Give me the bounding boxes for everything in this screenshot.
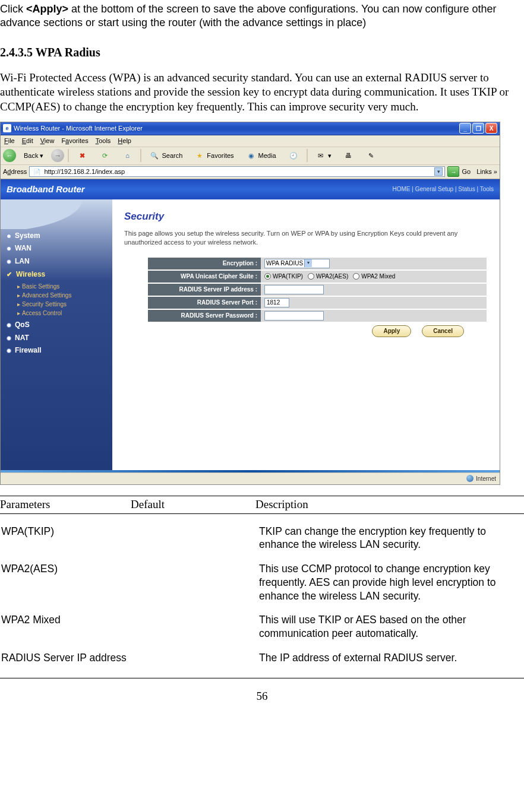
forward-button[interactable]: → bbox=[51, 149, 64, 162]
param-desc: This use CCMP protocol to change encrypt… bbox=[255, 562, 524, 602]
param-name: WPA2(AES) bbox=[0, 562, 131, 602]
radio-aes[interactable]: WPA2(AES) bbox=[308, 272, 348, 280]
chevron-down-icon: ▾ bbox=[304, 259, 312, 267]
apply-button[interactable]: Apply bbox=[372, 325, 411, 337]
history-icon: 🕘 bbox=[288, 150, 299, 161]
mail-icon: ✉ bbox=[315, 150, 326, 161]
go-button[interactable]: → bbox=[447, 166, 459, 177]
param-desc: TKIP can change the encryption key frequ… bbox=[255, 525, 524, 552]
menu-edit[interactable]: Edit bbox=[22, 137, 33, 145]
select-encryption[interactable]: WPA RADIUS▾ bbox=[264, 259, 330, 268]
print-icon: 🖶 bbox=[343, 150, 354, 161]
sidebar-item-wan[interactable]: WAN bbox=[7, 244, 106, 253]
router-page: Broadband Router HOME | General Setup | … bbox=[1, 179, 500, 470]
label-password: RADIUS Server Password : bbox=[148, 310, 261, 322]
top-nav-links[interactable]: HOME | General Setup | Status | Tools bbox=[393, 185, 494, 193]
check-icon: ✔ bbox=[7, 271, 12, 277]
star-icon: ★ bbox=[194, 150, 205, 161]
history-button[interactable]: 🕘 bbox=[284, 149, 303, 162]
sidebar-item-firewall[interactable]: Firewall bbox=[7, 346, 106, 356]
home-button[interactable]: ⌂ bbox=[118, 149, 137, 162]
input-password[interactable] bbox=[264, 311, 324, 321]
param-row: WPA2 Mixed This will use TKIP or AES bas… bbox=[0, 613, 524, 640]
sidebar-item-system[interactable]: System bbox=[7, 231, 106, 241]
label-ip: RADIUS Server IP address : bbox=[148, 284, 261, 296]
page-number: 56 bbox=[0, 689, 524, 704]
param-name: WPA(TKIP) bbox=[0, 525, 131, 552]
globe-icon bbox=[466, 475, 474, 482]
mail-button[interactable]: ✉▾ bbox=[311, 149, 336, 162]
brand-bar: Broadband Router HOME | General Setup | … bbox=[1, 179, 500, 199]
page-description: This page allows you setup the wireless … bbox=[124, 229, 488, 247]
edit-button[interactable]: ✎ bbox=[362, 149, 381, 162]
row-cipher: WPA Unicast Cipher Suite : WPA(TKIP) WPA… bbox=[148, 271, 488, 283]
cancel-button[interactable]: Cancel bbox=[422, 325, 464, 337]
subnav-access[interactable]: ▸Access Control bbox=[17, 309, 106, 317]
header-description: Description bbox=[255, 497, 524, 512]
radio-mixed[interactable]: WPA2 Mixed bbox=[353, 272, 395, 280]
favorites-button[interactable]: ★Favorites bbox=[190, 149, 238, 162]
close-button[interactable]: X bbox=[485, 123, 497, 134]
input-ip[interactable] bbox=[264, 285, 324, 294]
minimize-button[interactable]: _ bbox=[459, 123, 471, 134]
window-title: Wireless Router - Microsoft Internet Exp… bbox=[14, 124, 143, 132]
browser-toolbar: ← Back ▾ → ✖ ⟳ ⌂ 🔍Search ★Favorites ◉Med… bbox=[1, 147, 500, 165]
sidebar: System WAN LAN ✔Wireless ▸Basic Settings… bbox=[1, 199, 112, 470]
param-desc: The IP address of external RADIUS server… bbox=[255, 651, 524, 665]
edit-icon: ✎ bbox=[366, 150, 377, 161]
sidebar-item-qos[interactable]: QoS bbox=[7, 321, 106, 330]
param-row: RADIUS Server IP address The IP address … bbox=[0, 651, 524, 665]
back-label[interactable]: Back ▾ bbox=[20, 149, 48, 162]
subnav-security[interactable]: ▸Security Settings bbox=[17, 300, 106, 308]
status-bar: Internet bbox=[1, 472, 500, 484]
address-dropdown[interactable]: ▾ bbox=[434, 167, 443, 176]
input-port[interactable]: 1812 bbox=[264, 298, 289, 307]
row-port: RADIUS Server Port : 1812 bbox=[148, 297, 488, 309]
sidebar-item-nat[interactable]: NAT bbox=[7, 334, 106, 343]
row-encryption: Encryption : WPA RADIUS▾ bbox=[148, 258, 488, 269]
param-table-header: Parameters Default Description bbox=[0, 496, 524, 514]
footer-divider bbox=[0, 678, 524, 678]
media-button[interactable]: ◉Media bbox=[242, 149, 280, 162]
address-label: Address bbox=[3, 167, 27, 176]
page-title: Security bbox=[124, 210, 488, 223]
subnav-basic[interactable]: ▸Basic Settings bbox=[17, 283, 106, 290]
menu-bar: File Edit View Favorites Tools Help bbox=[1, 135, 500, 147]
print-button[interactable]: 🖶 bbox=[339, 149, 358, 162]
links-label[interactable]: Links » bbox=[476, 167, 497, 176]
toolbar-separator bbox=[68, 149, 69, 162]
row-password: RADIUS Server Password : bbox=[148, 310, 488, 322]
router-screenshot: e Wireless Router - Microsoft Internet E… bbox=[0, 122, 500, 485]
address-input[interactable]: 📄 http://192.168.2.1/index.asp ▾ bbox=[29, 166, 445, 177]
menu-file[interactable]: File bbox=[4, 137, 15, 145]
refresh-button[interactable]: ⟳ bbox=[95, 149, 114, 162]
label-encryption: Encryption : bbox=[148, 258, 261, 269]
section-paragraph: Wi-Fi Protected Access (WPA) is an advan… bbox=[0, 71, 524, 115]
subnav-advanced[interactable]: ▸Advanced Settings bbox=[17, 291, 106, 299]
search-button[interactable]: 🔍Search bbox=[145, 149, 187, 162]
main-content: Security This page allows you setup the … bbox=[112, 199, 500, 470]
label-port: RADIUS Server Port : bbox=[148, 297, 261, 309]
menu-help[interactable]: Help bbox=[118, 137, 131, 145]
window-titlebar: e Wireless Router - Microsoft Internet E… bbox=[1, 122, 500, 135]
menu-tools[interactable]: Tools bbox=[96, 137, 111, 145]
toolbar-separator bbox=[307, 149, 308, 162]
media-icon: ◉ bbox=[246, 150, 257, 161]
search-icon: 🔍 bbox=[149, 150, 160, 161]
ie-icon: e bbox=[3, 124, 11, 132]
sidebar-item-wireless[interactable]: ✔Wireless bbox=[7, 270, 106, 280]
maximize-button[interactable]: ❐ bbox=[472, 123, 484, 134]
back-button[interactable]: ← bbox=[3, 149, 16, 162]
label-cipher: WPA Unicast Cipher Suite : bbox=[148, 271, 261, 283]
section-heading: 2.4.3.5 WPA Radius bbox=[0, 45, 524, 60]
stop-button[interactable]: ✖ bbox=[72, 149, 91, 162]
header-parameters: Parameters bbox=[0, 497, 131, 512]
menu-favorites[interactable]: Favorites bbox=[61, 137, 88, 145]
param-name: RADIUS Server IP address bbox=[0, 651, 255, 665]
menu-view[interactable]: View bbox=[40, 137, 55, 145]
page-icon: 📄 bbox=[31, 166, 42, 177]
sidebar-item-lan[interactable]: LAN bbox=[7, 257, 106, 267]
toolbar-separator bbox=[140, 149, 141, 162]
go-label: Go bbox=[462, 167, 471, 176]
radio-tkip[interactable]: WPA(TKIP) bbox=[264, 272, 303, 280]
